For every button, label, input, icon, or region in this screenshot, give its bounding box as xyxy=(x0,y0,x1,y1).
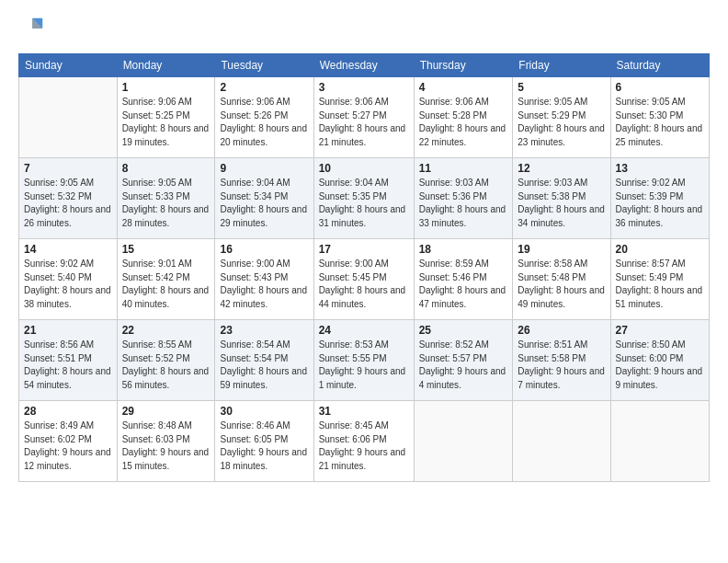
day-number: 25 xyxy=(419,324,508,337)
weekday-header-tuesday: Tuesday xyxy=(215,54,313,77)
calendar-cell: 29Sunrise: 8:48 AMSunset: 6:03 PMDayligh… xyxy=(117,401,215,482)
calendar-cell xyxy=(19,77,118,158)
calendar-cell: 17Sunrise: 9:00 AMSunset: 5:45 PMDayligh… xyxy=(313,239,414,320)
day-number: 3 xyxy=(319,81,409,94)
day-number: 2 xyxy=(220,81,308,94)
day-number: 13 xyxy=(616,162,704,175)
weekday-header-row: SundayMondayTuesdayWednesdayThursdayFrid… xyxy=(19,54,710,77)
calendar-cell: 30Sunrise: 8:46 AMSunset: 6:05 PMDayligh… xyxy=(215,401,313,482)
day-number: 23 xyxy=(220,324,308,337)
calendar-week-row: 7Sunrise: 9:05 AMSunset: 5:32 PMDaylight… xyxy=(19,158,710,239)
day-info: Sunrise: 9:00 AMSunset: 5:43 PMDaylight:… xyxy=(220,258,308,311)
day-number: 10 xyxy=(319,162,409,175)
day-info: Sunrise: 9:04 AMSunset: 5:34 PMDaylight:… xyxy=(220,177,308,230)
calendar-cell xyxy=(610,401,709,482)
logo-icon xyxy=(20,15,46,40)
weekday-header-friday: Friday xyxy=(513,54,610,77)
calendar-cell: 23Sunrise: 8:54 AMSunset: 5:54 PMDayligh… xyxy=(215,320,313,401)
calendar-cell xyxy=(513,401,610,482)
day-number: 20 xyxy=(616,243,704,256)
day-info: Sunrise: 9:02 AMSunset: 5:40 PMDaylight:… xyxy=(24,258,112,311)
calendar-week-row: 28Sunrise: 8:49 AMSunset: 6:02 PMDayligh… xyxy=(19,401,710,482)
calendar-cell: 21Sunrise: 8:56 AMSunset: 5:51 PMDayligh… xyxy=(19,320,118,401)
day-number: 15 xyxy=(122,243,210,256)
calendar-cell: 11Sunrise: 9:03 AMSunset: 5:36 PMDayligh… xyxy=(414,158,513,239)
calendar-cell: 16Sunrise: 9:00 AMSunset: 5:43 PMDayligh… xyxy=(215,239,313,320)
calendar-cell: 27Sunrise: 8:50 AMSunset: 6:00 PMDayligh… xyxy=(610,320,709,401)
calendar-week-row: 1Sunrise: 9:06 AMSunset: 5:25 PMDaylight… xyxy=(19,77,710,158)
day-info: Sunrise: 9:06 AMSunset: 5:26 PMDaylight:… xyxy=(220,96,308,149)
day-info: Sunrise: 8:46 AMSunset: 6:05 PMDaylight:… xyxy=(220,419,308,473)
weekday-header-sunday: Sunday xyxy=(19,54,118,77)
logo xyxy=(18,15,46,44)
day-number: 22 xyxy=(122,324,210,337)
day-info: Sunrise: 8:54 AMSunset: 5:54 PMDaylight:… xyxy=(220,339,308,392)
calendar-cell: 31Sunrise: 8:45 AMSunset: 6:06 PMDayligh… xyxy=(313,401,414,482)
calendar-cell: 26Sunrise: 8:51 AMSunset: 5:58 PMDayligh… xyxy=(513,320,610,401)
day-info: Sunrise: 8:49 AMSunset: 6:02 PMDaylight:… xyxy=(24,419,112,473)
day-info: Sunrise: 8:53 AMSunset: 5:55 PMDaylight:… xyxy=(319,339,409,392)
day-number: 7 xyxy=(24,162,112,175)
day-number: 27 xyxy=(616,324,704,337)
day-info: Sunrise: 9:05 AMSunset: 5:32 PMDaylight:… xyxy=(24,177,112,230)
weekday-header-monday: Monday xyxy=(117,54,215,77)
day-info: Sunrise: 8:56 AMSunset: 5:51 PMDaylight:… xyxy=(24,339,112,392)
day-info: Sunrise: 9:06 AMSunset: 5:27 PMDaylight:… xyxy=(319,96,409,149)
calendar-cell: 1Sunrise: 9:06 AMSunset: 5:25 PMDaylight… xyxy=(117,77,215,158)
day-info: Sunrise: 8:52 AMSunset: 5:57 PMDaylight:… xyxy=(419,339,508,392)
day-info: Sunrise: 9:06 AMSunset: 5:25 PMDaylight:… xyxy=(122,96,210,149)
calendar-cell xyxy=(414,401,513,482)
day-info: Sunrise: 8:59 AMSunset: 5:46 PMDaylight:… xyxy=(419,258,508,311)
calendar-cell: 28Sunrise: 8:49 AMSunset: 6:02 PMDayligh… xyxy=(19,401,118,482)
day-number: 28 xyxy=(24,405,112,418)
day-info: Sunrise: 8:58 AMSunset: 5:48 PMDaylight:… xyxy=(518,258,605,311)
day-info: Sunrise: 9:00 AMSunset: 5:45 PMDaylight:… xyxy=(319,258,409,311)
calendar-cell: 6Sunrise: 9:05 AMSunset: 5:30 PMDaylight… xyxy=(610,77,709,158)
calendar-cell: 3Sunrise: 9:06 AMSunset: 5:27 PMDaylight… xyxy=(313,77,414,158)
day-number: 11 xyxy=(419,162,508,175)
calendar-cell: 18Sunrise: 8:59 AMSunset: 5:46 PMDayligh… xyxy=(414,239,513,320)
weekday-header-saturday: Saturday xyxy=(610,54,709,77)
calendar-cell: 13Sunrise: 9:02 AMSunset: 5:39 PMDayligh… xyxy=(610,158,709,239)
day-info: Sunrise: 8:51 AMSunset: 5:58 PMDaylight:… xyxy=(518,339,605,392)
day-number: 21 xyxy=(24,324,112,337)
day-number: 9 xyxy=(220,162,308,175)
day-number: 24 xyxy=(319,324,409,337)
calendar-table: SundayMondayTuesdayWednesdayThursdayFrid… xyxy=(18,53,710,482)
calendar-week-row: 21Sunrise: 8:56 AMSunset: 5:51 PMDayligh… xyxy=(19,320,710,401)
day-number: 18 xyxy=(419,243,508,256)
weekday-header-thursday: Thursday xyxy=(414,54,513,77)
calendar-cell: 24Sunrise: 8:53 AMSunset: 5:55 PMDayligh… xyxy=(313,320,414,401)
calendar-cell: 8Sunrise: 9:05 AMSunset: 5:33 PMDaylight… xyxy=(117,158,215,239)
day-info: Sunrise: 8:50 AMSunset: 6:00 PMDaylight:… xyxy=(616,339,704,392)
day-number: 29 xyxy=(122,405,210,418)
day-info: Sunrise: 8:55 AMSunset: 5:52 PMDaylight:… xyxy=(122,339,210,392)
header xyxy=(18,15,710,44)
day-info: Sunrise: 9:03 AMSunset: 5:36 PMDaylight:… xyxy=(419,177,508,230)
day-info: Sunrise: 8:57 AMSunset: 5:49 PMDaylight:… xyxy=(616,258,704,311)
calendar-cell: 9Sunrise: 9:04 AMSunset: 5:34 PMDaylight… xyxy=(215,158,313,239)
calendar-cell: 25Sunrise: 8:52 AMSunset: 5:57 PMDayligh… xyxy=(414,320,513,401)
weekday-header-wednesday: Wednesday xyxy=(313,54,414,77)
day-number: 14 xyxy=(24,243,112,256)
day-info: Sunrise: 8:48 AMSunset: 6:03 PMDaylight:… xyxy=(122,419,210,473)
day-number: 8 xyxy=(122,162,210,175)
day-info: Sunrise: 9:02 AMSunset: 5:39 PMDaylight:… xyxy=(616,177,704,230)
calendar-week-row: 14Sunrise: 9:02 AMSunset: 5:40 PMDayligh… xyxy=(19,239,710,320)
day-number: 1 xyxy=(122,81,210,94)
calendar-cell: 12Sunrise: 9:03 AMSunset: 5:38 PMDayligh… xyxy=(513,158,610,239)
day-number: 5 xyxy=(518,81,605,94)
calendar-cell: 20Sunrise: 8:57 AMSunset: 5:49 PMDayligh… xyxy=(610,239,709,320)
day-number: 31 xyxy=(319,405,409,418)
calendar-cell: 2Sunrise: 9:06 AMSunset: 5:26 PMDaylight… xyxy=(215,77,313,158)
day-number: 16 xyxy=(220,243,308,256)
day-number: 12 xyxy=(518,162,605,175)
page: SundayMondayTuesdayWednesdayThursdayFrid… xyxy=(0,0,728,563)
day-info: Sunrise: 9:01 AMSunset: 5:42 PMDaylight:… xyxy=(122,258,210,311)
day-info: Sunrise: 9:05 AMSunset: 5:33 PMDaylight:… xyxy=(122,177,210,230)
day-info: Sunrise: 9:05 AMSunset: 5:30 PMDaylight:… xyxy=(616,96,704,149)
calendar-cell: 14Sunrise: 9:02 AMSunset: 5:40 PMDayligh… xyxy=(19,239,118,320)
day-number: 26 xyxy=(518,324,605,337)
day-info: Sunrise: 9:05 AMSunset: 5:29 PMDaylight:… xyxy=(518,96,605,149)
day-number: 30 xyxy=(220,405,308,418)
